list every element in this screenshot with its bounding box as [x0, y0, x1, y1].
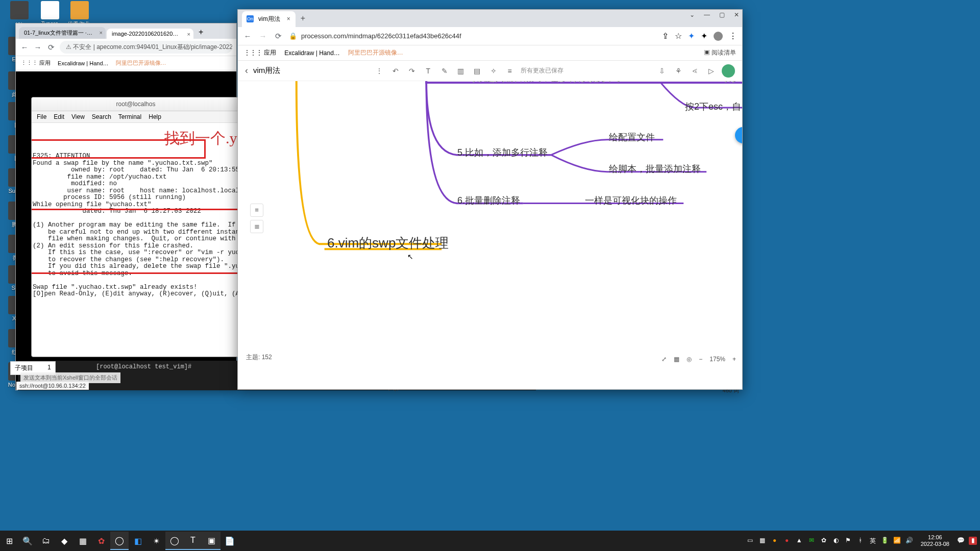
menu-icon[interactable]: ⋮: [729, 31, 737, 41]
chrome-window-front[interactable]: ⌄ — ▢ ✕ On vim用法 × + ← → ⟳ 🔒 processon.c…: [237, 9, 743, 390]
profile-avatar[interactable]: [714, 32, 723, 41]
minimize-icon[interactable]: —: [704, 11, 710, 18]
more-icon[interactable]: ⋮: [374, 65, 385, 77]
tray-icon[interactable]: ⚑: [844, 537, 852, 545]
reading-list[interactable]: ▣ 阅读清单: [704, 48, 736, 57]
play-icon[interactable]: ▷: [705, 65, 717, 77]
zoom-in-icon[interactable]: +: [732, 356, 736, 363]
dropdown-icon[interactable]: ⌄: [690, 11, 695, 18]
mm-node-selected[interactable]: 6.vim的swp文件处理: [327, 234, 449, 252]
chrome-icon[interactable]: ◯: [110, 532, 129, 550]
search-icon[interactable]: 🔍: [18, 532, 37, 550]
app-icon[interactable]: 📄: [220, 532, 239, 550]
collab-icon[interactable]: ⚘: [673, 65, 684, 77]
app-icon[interactable]: ◆: [55, 532, 74, 550]
reload-icon[interactable]: ⟳: [274, 32, 283, 41]
tray-icon[interactable]: ▮: [969, 537, 977, 545]
wifi-icon[interactable]: 📶: [893, 537, 901, 545]
clock[interactable]: 12:062022-03-08: [918, 534, 952, 547]
locate-icon[interactable]: ◎: [687, 356, 692, 363]
forward-icon[interactable]: →: [258, 32, 267, 40]
bluetooth-icon[interactable]: ᚼ: [856, 537, 865, 545]
tray-icon[interactable]: ●: [771, 537, 779, 545]
bookmark[interactable]: Excalidraw | Hand…: [58, 60, 108, 66]
mm-node[interactable]: 一样是可视化块的操作: [585, 194, 677, 207]
address-bar[interactable]: ⚠ 不安全 | apecome.com:9494/01_Linux基础/pic/…: [60, 41, 232, 54]
mm-node[interactable]: 6.批量删除注释: [457, 194, 520, 207]
format-icon[interactable]: T: [423, 65, 434, 77]
pen-icon[interactable]: ✎: [439, 65, 450, 77]
forward-icon[interactable]: →: [33, 43, 42, 52]
volume-icon[interactable]: 🔊: [905, 537, 914, 545]
taskbar[interactable]: ⊞ 🔍 🗂 ◆ ▦ ✿ ◯ ◧ ✴ ◯ T ▣ 📄 ▭ ▦ ● ● ▲ ✉ ✿ …: [0, 531, 980, 551]
magic-icon[interactable]: ✧: [488, 65, 499, 77]
notifications-icon[interactable]: 💬: [957, 537, 965, 545]
tab-active[interactable]: image-202201062016­20288.p×: [107, 29, 193, 39]
shell-prompt[interactable]: [root@localhost test_vim]#: [96, 363, 191, 370]
bookmark[interactable]: Excalidraw | Hand…: [284, 49, 340, 57]
menu-edit[interactable]: Edit: [54, 113, 64, 120]
grid-icon[interactable]: ≡: [504, 65, 516, 77]
tray-icon[interactable]: ✿: [820, 537, 828, 545]
address-bar[interactable]: 🔒 processon.com/mindmap/6226c0311efad43b…: [289, 32, 656, 40]
user-avatar[interactable]: [722, 64, 735, 78]
share-icon[interactable]: ⩹: [689, 65, 700, 77]
tab-active[interactable]: On vim用法 ×: [242, 11, 296, 27]
vm-icon[interactable]: ▣: [202, 532, 220, 550]
start-button[interactable]: ⊞: [0, 532, 18, 550]
close-icon[interactable]: ✕: [734, 11, 739, 18]
close-icon[interactable]: ×: [187, 31, 190, 37]
extension-icon[interactable]: ✦: [688, 31, 695, 41]
typora-icon[interactable]: T: [184, 532, 202, 550]
mm-node[interactable]: 给配置文件: [609, 131, 655, 143]
settings-icon[interactable]: ✴: [147, 532, 165, 550]
menu-help[interactable]: Help: [149, 113, 161, 120]
download-icon[interactable]: ⇩: [656, 65, 668, 77]
document-title[interactable]: vim用法: [253, 66, 280, 76]
tray-icon[interactable]: ▦: [758, 537, 767, 545]
new-tab-button[interactable]: +: [194, 26, 207, 39]
mm-node[interactable]: 按2下esc，自: [685, 101, 741, 113]
maximize-icon[interactable]: ▢: [719, 11, 725, 18]
explorer-icon[interactable]: 🗂: [37, 532, 55, 550]
minimap-icon[interactable]: ▦: [674, 356, 679, 363]
mm-node[interactable]: 4. 可以进入编辑模式，去多行修改文本了: [457, 81, 624, 84]
share-icon[interactable]: ⇪: [662, 31, 669, 41]
menu-view[interactable]: View: [71, 113, 85, 120]
chrome-window-back[interactable]: 01-7_linux文件管理篇一 · GitB× image-202201062…: [15, 23, 237, 390]
extensions-icon[interactable]: ✦: [701, 31, 707, 41]
outline-toggle-icon[interactable]: ≣: [250, 220, 263, 233]
layout-icon[interactable]: ▤: [472, 65, 483, 77]
back-icon[interactable]: ←: [20, 43, 29, 52]
apps-icon[interactable]: ⋮⋮⋮ 应用: [244, 48, 276, 57]
tray-icon[interactable]: ▭: [746, 537, 754, 545]
wechat-icon[interactable]: ✉: [807, 537, 816, 545]
fullscreen-icon[interactable]: ⤢: [662, 356, 667, 363]
reload-icon[interactable]: ⟳: [46, 43, 56, 52]
undo-icon[interactable]: ↶: [390, 65, 401, 77]
tray-icon[interactable]: ●: [783, 537, 791, 545]
outline-toggle-icon[interactable]: ≡: [250, 204, 263, 217]
app-icon[interactable]: ◧: [129, 532, 147, 550]
mindmap-canvas[interactable]: 4. 可以进入编辑模式，去多行修改文本了 可形 按2下esc，自 5.比如，添加…: [238, 81, 742, 365]
menu-search[interactable]: Search: [92, 113, 111, 120]
mm-node[interactable]: 5.比如，添加多行注释: [457, 146, 548, 159]
menu-file[interactable]: File: [37, 113, 46, 120]
star-icon[interactable]: ☆: [675, 31, 682, 41]
app-icon[interactable]: ✿: [92, 532, 110, 550]
back-icon[interactable]: ‹: [245, 65, 248, 76]
bookmark[interactable]: 阿里巴巴开源镜像…: [348, 48, 403, 57]
zoom-out-icon[interactable]: −: [699, 356, 702, 363]
close-icon[interactable]: ×: [100, 30, 103, 36]
mm-node[interactable]: 可形: [720, 81, 738, 84]
chrome-icon[interactable]: ◯: [165, 532, 184, 550]
bookmark[interactable]: 阿里巴巴开源镜像…: [116, 59, 166, 67]
menu-terminal[interactable]: Terminal: [118, 113, 141, 120]
tab[interactable]: 01-7_linux文件管理篇一 · GitB×: [19, 27, 106, 39]
ime-icon[interactable]: 英: [869, 537, 877, 545]
app-icon[interactable]: ▦: [74, 532, 92, 550]
close-icon[interactable]: ×: [287, 15, 290, 22]
battery-icon[interactable]: 🔋: [881, 537, 889, 545]
layout-icon[interactable]: ▥: [455, 65, 467, 77]
apps-icon[interactable]: ⋮⋮⋮ 应用: [21, 59, 51, 67]
